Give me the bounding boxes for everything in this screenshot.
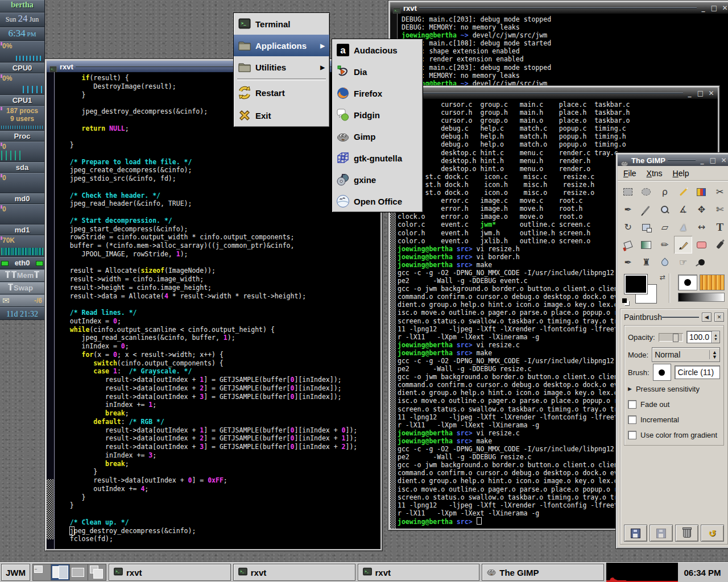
menu-item-terminal[interactable]: >_Terminal	[234, 13, 329, 35]
tool-ink[interactable]: ✒	[619, 253, 637, 271]
menu-item-applications[interactable]: Applications▶	[234, 35, 329, 56]
pager-desktop-3[interactable]	[70, 564, 88, 580]
reset-options-button[interactable]: ↺	[701, 525, 724, 542]
menu-item-gxine[interactable]: gxine	[332, 169, 423, 190]
task-button-rxvt[interactable]: >_rxvt	[233, 564, 355, 581]
tool-perspective[interactable]	[674, 218, 692, 236]
save-options-button[interactable]	[624, 525, 647, 542]
pattern-preview[interactable]	[700, 275, 725, 290]
tool-blur[interactable]	[656, 253, 674, 271]
tool-gradient[interactable]	[637, 236, 655, 253]
menu-item-gimp[interactable]: Gimp	[332, 126, 423, 147]
checkbox-box[interactable]	[628, 415, 636, 424]
close-button[interactable]: ✕	[721, 4, 728, 13]
checkbox-box[interactable]	[628, 400, 636, 409]
brush-button[interactable]	[653, 364, 671, 381]
tool-paintbrush[interactable]	[674, 236, 692, 253]
terminal-line: 11 -lpng12 -ljpeg -lXft -lXrender -lfont…	[398, 325, 630, 333]
minimize-button[interactable]: _	[698, 156, 706, 165]
tool-text[interactable]: T	[711, 218, 728, 236]
menu-item-gtk-gnutella[interactable]: gtk-gnutella	[332, 147, 423, 169]
tool-magic-wand[interactable]	[674, 183, 692, 201]
tool-eraser[interactable]	[692, 236, 710, 253]
tool-smudge[interactable]: ☞	[674, 253, 692, 271]
restore-options-button[interactable]	[650, 525, 673, 542]
maximize-button[interactable]: □	[710, 4, 718, 13]
opacity-value[interactable]: 100.0	[686, 331, 712, 343]
tool-shear[interactable]: ▱	[656, 218, 674, 236]
scrollbar-thumb[interactable]	[47, 479, 54, 539]
terminal-screen[interactable]: if(result) { DestroyImage(result); } jpe…	[47, 72, 380, 549]
menu-item-pidgin[interactable]: Pidgin	[332, 104, 423, 126]
minimize-button[interactable]: _	[685, 89, 694, 98]
task-button-rxvt[interactable]: >_rxvt	[109, 564, 231, 581]
tool-magnify[interactable]	[656, 201, 674, 218]
menu-item-audacious[interactable]: aAudacious	[332, 39, 423, 61]
dock-menu-button[interactable]: ◀	[702, 313, 712, 322]
close-button[interactable]: ✕	[707, 89, 715, 98]
gimp-menu-xtns[interactable]: Xtns	[647, 169, 663, 178]
menu-item-exit[interactable]: Exit	[234, 104, 329, 127]
tool-ellipse-select[interactable]	[637, 183, 655, 201]
gimp-menu-help[interactable]: Help	[673, 169, 689, 178]
tool-airbrush[interactable]	[711, 236, 728, 253]
menu-item-restart[interactable]: Restart	[234, 81, 329, 104]
task-button-the-gimp[interactable]: The GIMP	[482, 564, 604, 581]
checkbox-incremental[interactable]: Incremental	[628, 414, 720, 425]
default-colors-icon[interactable]	[622, 298, 627, 303]
task-button-rxvt[interactable]: >_rxvt	[358, 564, 480, 581]
tool-color-picker[interactable]	[637, 201, 655, 218]
tool-scissors[interactable]: ✂	[711, 183, 728, 201]
maximize-button[interactable]: □	[709, 156, 717, 165]
menu-item-firefox[interactable]: Firefox	[332, 82, 423, 104]
tool-rotate[interactable]: ↻	[619, 218, 637, 236]
tool-crop[interactable]: ✄	[711, 201, 728, 218]
brush-preview[interactable]	[678, 275, 697, 290]
maximize-button[interactable]: □	[696, 89, 705, 98]
minimize-button[interactable]: _	[699, 4, 708, 13]
tool-paths[interactable]: ✒	[619, 201, 637, 218]
pager-desktop-4[interactable]	[88, 564, 106, 580]
pager-desktop-2[interactable]	[51, 564, 69, 580]
titlebar-rxvt-build[interactable]: >_ rxvt _ □ ✕	[390, 88, 718, 99]
checkbox-use-color-from-gradient[interactable]: Use color from gradient	[628, 429, 720, 440]
tool-move[interactable]: ✥	[692, 201, 710, 218]
gimp-menu-file[interactable]: File	[623, 169, 636, 178]
tool-dodge-burn[interactable]	[692, 253, 710, 271]
menu-item-open-office[interactable]: Open Office	[332, 190, 423, 212]
titlebar-rxvt-code[interactable]: >_ rxvt	[47, 61, 380, 72]
tool-flip[interactable]: ↔	[692, 218, 710, 236]
tool-bucket-fill[interactable]	[619, 236, 637, 253]
terminal-line: JPOOL_IMAGE, rowStride, 1);	[58, 250, 357, 259]
gradient-preview[interactable]	[678, 293, 725, 302]
titlebar-rxvt-debug[interactable]: >_ rxvt _ □ ✕	[390, 2, 728, 14]
checkbox-fade-out[interactable]: Fade out	[628, 398, 720, 410]
tool-select-by-color[interactable]	[692, 183, 710, 201]
close-button[interactable]: ✕	[719, 156, 728, 165]
mode-select[interactable]: Normal ▲▼	[652, 347, 720, 362]
foreground-color-swatch[interactable]	[624, 275, 647, 294]
jwm-start-button[interactable]: JWM	[1, 564, 30, 581]
tool-clone[interactable]: ♜	[637, 253, 655, 271]
tool-rect-select[interactable]	[619, 183, 637, 201]
titlebar-gimp[interactable]: The GIMP _ □ ✕	[618, 155, 728, 166]
swap-colors-icon[interactable]: ⇄	[660, 273, 665, 281]
pressure-sensitivity-expander[interactable]: ▶ Pressure sensitivity	[628, 383, 720, 394]
scrollbar[interactable]	[47, 72, 55, 549]
tool-lasso[interactable]: ρ	[656, 183, 674, 201]
mode-stepper-icon[interactable]: ▲▼	[709, 350, 717, 359]
menu-item-dia[interactable]: Dia	[332, 61, 423, 82]
menu-item-utilities[interactable]: Utilities▶	[234, 56, 329, 78]
opacity-slider[interactable]	[659, 333, 683, 342]
tool-pencil[interactable]: ✏	[656, 236, 674, 253]
pager-desktop-1[interactable]: _	[33, 564, 51, 580]
brush-name[interactable]: Circle (11)	[675, 365, 720, 379]
tool-scale[interactable]	[637, 218, 655, 236]
tool-measure[interactable]: ∡	[674, 201, 692, 218]
delete-options-button[interactable]	[675, 525, 698, 542]
color-swatches[interactable]: ⇄	[620, 273, 669, 303]
desktop-pager[interactable]: _	[32, 564, 106, 581]
opacity-spinner[interactable]: ▲▼	[712, 331, 720, 343]
checkbox-box[interactable]	[628, 431, 636, 439]
dock-close-button[interactable]: ✕	[714, 313, 724, 322]
